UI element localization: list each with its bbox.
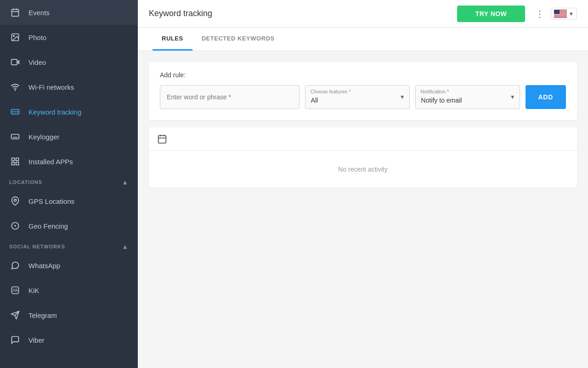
calendar-icon xyxy=(9,6,21,18)
us-flag-icon xyxy=(554,10,567,18)
wifi-icon xyxy=(9,81,21,93)
svg-rect-23 xyxy=(16,162,19,165)
telegram-icon xyxy=(9,309,21,321)
sidebar-item-label: KiK xyxy=(28,287,39,294)
chevron-down-icon: ▼ xyxy=(569,11,574,17)
section-locations[interactable]: LOCATIONS ▲ xyxy=(0,174,138,189)
sidebar-item-label: Keyword tracking xyxy=(28,108,81,116)
svg-rect-35 xyxy=(554,14,567,14)
sidebar-item-label: Keylogger xyxy=(28,133,60,141)
sidebar: Events Photo Video Wi-Fi networks Keywor… xyxy=(0,0,138,368)
sidebar-item-whatsapp[interactable]: WhatsApp xyxy=(0,253,138,278)
sidebar-item-video[interactable]: Video xyxy=(0,50,138,75)
more-options-icon[interactable]: ⋮ xyxy=(532,6,547,21)
activity-section: No recent activity xyxy=(149,127,577,188)
sidebar-item-label: Geo Fencing xyxy=(28,222,68,230)
sidebar-item-label: Video xyxy=(28,58,46,66)
add-rule-label: Add rule: xyxy=(160,71,566,79)
svg-rect-39 xyxy=(158,136,166,144)
sidebar-item-gps[interactable]: GPS Locations xyxy=(0,189,138,213)
sidebar-item-installed-apps[interactable]: Installed APPs xyxy=(0,149,138,174)
geofence-icon xyxy=(9,220,21,232)
notification-select-wrapper: Notification * Notify to email Notify to… xyxy=(415,85,520,109)
sidebar-item-label: GPS Locations xyxy=(28,197,74,205)
viber-icon xyxy=(9,334,21,346)
video-icon xyxy=(9,56,21,68)
add-rule-card: Add rule: Choose features * All SMS Call… xyxy=(149,62,577,120)
sidebar-item-photo[interactable]: Photo xyxy=(0,25,138,50)
svg-point-8 xyxy=(15,90,16,91)
word-phrase-input[interactable] xyxy=(160,85,300,109)
svg-text:kik: kik xyxy=(13,288,18,293)
page-title: Keyword tracking xyxy=(149,9,450,18)
sidebar-item-label: WhatsApp xyxy=(28,262,60,270)
chevron-up-icon-social: ▲ xyxy=(122,243,129,250)
sidebar-item-label: Telegram xyxy=(28,311,57,319)
section-locations-label: LOCATIONS xyxy=(9,179,42,185)
kik-icon: kik xyxy=(9,284,21,296)
try-now-button[interactable]: TRY NOW xyxy=(457,6,525,22)
sidebar-item-kik[interactable]: kik KiK xyxy=(0,278,138,303)
keyword-icon xyxy=(9,106,21,118)
sidebar-item-events[interactable]: Events xyxy=(0,0,138,25)
add-rule-button[interactable]: ADD xyxy=(526,85,566,109)
sidebar-item-label: Wi-Fi networks xyxy=(28,83,74,91)
features-select[interactable]: All SMS Calls Email xyxy=(305,85,410,109)
chevron-up-icon: ▲ xyxy=(122,178,129,186)
svg-rect-22 xyxy=(12,162,15,165)
language-selector[interactable]: ▼ xyxy=(551,8,577,20)
tabs-bar: RULES DETECTED KEYWORDS xyxy=(138,28,588,51)
sidebar-item-label: Photo xyxy=(28,34,46,41)
svg-point-26 xyxy=(15,225,16,226)
topbar: Keyword tracking TRY NOW ⋮ ▼ xyxy=(138,0,588,28)
pin-icon xyxy=(9,195,21,207)
content-area: Add rule: Choose features * All SMS Call… xyxy=(138,51,588,368)
features-select-wrapper: Choose features * All SMS Calls Email ▼ xyxy=(305,85,410,109)
svg-rect-20 xyxy=(12,158,15,161)
sidebar-item-label: Installed APPs xyxy=(28,158,73,166)
sidebar-item-geofencing[interactable]: Geo Fencing xyxy=(0,213,138,238)
sidebar-item-wifi[interactable]: Wi-Fi networks xyxy=(0,75,138,99)
sidebar-item-keyword[interactable]: Keyword tracking xyxy=(0,99,138,124)
svg-point-24 xyxy=(14,199,17,201)
sidebar-item-telegram[interactable]: Telegram xyxy=(0,303,138,328)
no-activity-text: No recent activity xyxy=(338,166,387,173)
svg-rect-21 xyxy=(16,158,19,161)
sidebar-item-keylogger[interactable]: Keylogger xyxy=(0,124,138,149)
svg-rect-37 xyxy=(554,17,567,17)
photo-icon xyxy=(9,31,21,43)
svg-point-5 xyxy=(13,35,14,37)
tab-rules[interactable]: RULES xyxy=(153,28,192,51)
section-social-label: SOCIAL NETWORKS xyxy=(9,244,65,249)
svg-rect-0 xyxy=(12,9,19,16)
keylogger-icon xyxy=(9,131,21,143)
add-rule-fields: Choose features * All SMS Calls Email ▼ … xyxy=(160,85,566,109)
svg-rect-36 xyxy=(554,15,567,16)
whatsapp-icon xyxy=(9,259,21,271)
apps-icon xyxy=(9,155,21,167)
svg-rect-38 xyxy=(554,10,560,14)
sidebar-item-label: Viber xyxy=(28,336,45,344)
section-social[interactable]: SOCIAL NETWORKS ▲ xyxy=(0,238,138,253)
svg-rect-9 xyxy=(11,109,19,114)
calendar-activity-icon xyxy=(157,134,167,144)
sidebar-item-label: Events xyxy=(28,9,50,17)
svg-rect-6 xyxy=(11,59,17,65)
topbar-actions: ⋮ ▼ xyxy=(532,6,577,21)
tab-detected-keywords[interactable]: DETECTED KEYWORDS xyxy=(192,28,284,51)
sidebar-item-viber[interactable]: Viber xyxy=(0,328,138,352)
main-content: Keyword tracking TRY NOW ⋮ ▼ xyxy=(138,0,588,368)
notification-select[interactable]: Notify to email Notify to SMS Notify to … xyxy=(415,85,520,109)
svg-rect-14 xyxy=(11,134,19,139)
activity-header xyxy=(149,127,577,151)
activity-body: No recent activity xyxy=(149,151,577,188)
